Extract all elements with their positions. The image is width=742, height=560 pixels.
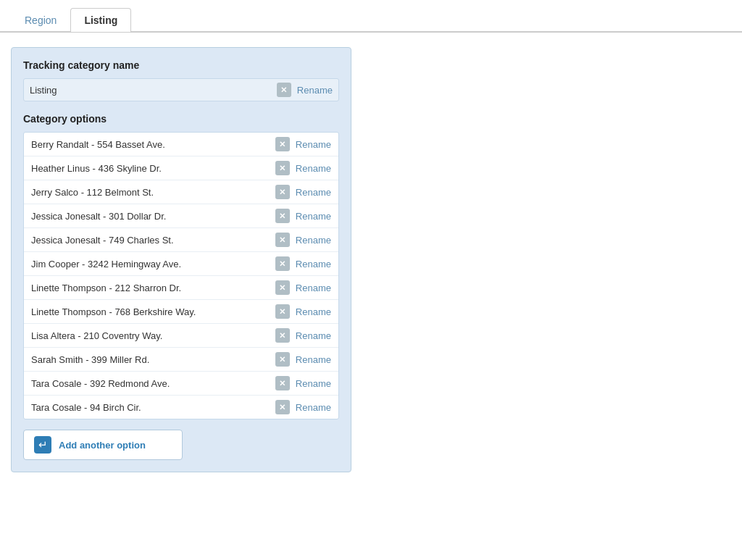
option-rename-link[interactable]: Rename — [296, 378, 331, 389]
main-content: Tracking category name Listing ✕ Rename … — [0, 33, 742, 487]
option-clear-button[interactable]: ✕ — [275, 185, 290, 199]
option-clear-button[interactable]: ✕ — [275, 304, 290, 319]
option-text: Sarah Smith - 399 Miller Rd. — [31, 354, 275, 365]
option-text: Heather Linus - 436 Skyline Dr. — [31, 163, 275, 174]
tabs-bar: Region Listing — [0, 0, 742, 33]
option-text: Jerry Salco - 112 Belmont St. — [31, 187, 275, 198]
option-clear-button[interactable]: ✕ — [275, 376, 290, 390]
option-row: Linette Thompson - 212 Sharron Dr.✕Renam… — [24, 276, 338, 300]
option-rename-link[interactable]: Rename — [296, 163, 331, 174]
category-name-rename-link[interactable]: Rename — [297, 85, 333, 96]
tracking-section-title: Tracking category name — [23, 59, 339, 71]
option-text: Jessica Jonesalt - 749 Charles St. — [31, 235, 275, 246]
option-text: Tara Cosale - 94 Birch Cir. — [31, 402, 275, 413]
add-option-label: Add another option — [59, 440, 146, 451]
option-clear-button[interactable]: ✕ — [275, 209, 290, 223]
tab-region[interactable]: Region — [11, 8, 70, 32]
options-section-title: Category options — [23, 113, 339, 125]
option-clear-button[interactable]: ✕ — [275, 280, 290, 295]
option-text: Lisa Altera - 210 Coventry Way. — [31, 330, 275, 341]
option-clear-button[interactable]: ✕ — [275, 328, 290, 343]
option-rename-link[interactable]: Rename — [296, 259, 331, 269]
option-text: Berry Randalt - 554 Basset Ave. — [31, 139, 275, 150]
option-clear-button[interactable]: ✕ — [275, 233, 290, 247]
option-rename-link[interactable]: Rename — [296, 306, 331, 317]
category-name-row: Listing ✕ Rename — [23, 78, 339, 101]
option-rename-link[interactable]: Rename — [296, 211, 331, 222]
add-option-icon: ↵ — [34, 436, 51, 454]
option-clear-button[interactable]: ✕ — [275, 161, 290, 175]
option-text: Jessica Jonesalt - 301 Dollar Dr. — [31, 211, 275, 222]
option-row: Jessica Jonesalt - 749 Charles St.✕Renam… — [24, 228, 338, 252]
option-row: Tara Cosale - 94 Birch Cir.✕Rename — [24, 396, 338, 419]
option-row: Jim Cooper - 3242 Hemingway Ave.✕Rename — [24, 252, 338, 276]
option-text: Tara Cosale - 392 Redmond Ave. — [31, 378, 275, 389]
category-name-text: Listing — [30, 85, 277, 96]
options-list: Berry Randalt - 554 Basset Ave.✕RenameHe… — [23, 132, 339, 419]
option-rename-link[interactable]: Rename — [296, 330, 331, 341]
option-row: Linette Thompson - 768 Berkshire Way.✕Re… — [24, 300, 338, 324]
option-row: Heather Linus - 436 Skyline Dr.✕Rename — [24, 156, 338, 180]
option-row: Sarah Smith - 399 Miller Rd.✕Rename — [24, 348, 338, 372]
option-text: Jim Cooper - 3242 Hemingway Ave. — [31, 259, 275, 269]
option-row: Jerry Salco - 112 Belmont St.✕Rename — [24, 180, 338, 204]
option-rename-link[interactable]: Rename — [296, 402, 331, 413]
add-option-button[interactable]: ↵ Add another option — [23, 430, 183, 460]
option-rename-link[interactable]: Rename — [296, 139, 331, 150]
tracking-panel: Tracking category name Listing ✕ Rename … — [11, 47, 351, 472]
option-text: Linette Thompson - 768 Berkshire Way. — [31, 306, 275, 317]
option-clear-button[interactable]: ✕ — [275, 256, 290, 271]
category-name-clear-button[interactable]: ✕ — [277, 83, 291, 97]
option-text: Linette Thompson - 212 Sharron Dr. — [31, 283, 275, 293]
option-row: Tara Cosale - 392 Redmond Ave.✕Rename — [24, 372, 338, 396]
option-row: Lisa Altera - 210 Coventry Way.✕Rename — [24, 324, 338, 348]
tab-listing[interactable]: Listing — [70, 8, 131, 32]
option-rename-link[interactable]: Rename — [296, 187, 331, 198]
option-row: Berry Randalt - 554 Basset Ave.✕Rename — [24, 133, 338, 156]
option-row: Jessica Jonesalt - 301 Dollar Dr.✕Rename — [24, 204, 338, 228]
option-clear-button[interactable]: ✕ — [275, 400, 290, 414]
option-clear-button[interactable]: ✕ — [275, 137, 290, 151]
option-rename-link[interactable]: Rename — [296, 283, 331, 293]
option-rename-link[interactable]: Rename — [296, 235, 331, 246]
option-rename-link[interactable]: Rename — [296, 354, 331, 365]
option-clear-button[interactable]: ✕ — [275, 352, 290, 367]
